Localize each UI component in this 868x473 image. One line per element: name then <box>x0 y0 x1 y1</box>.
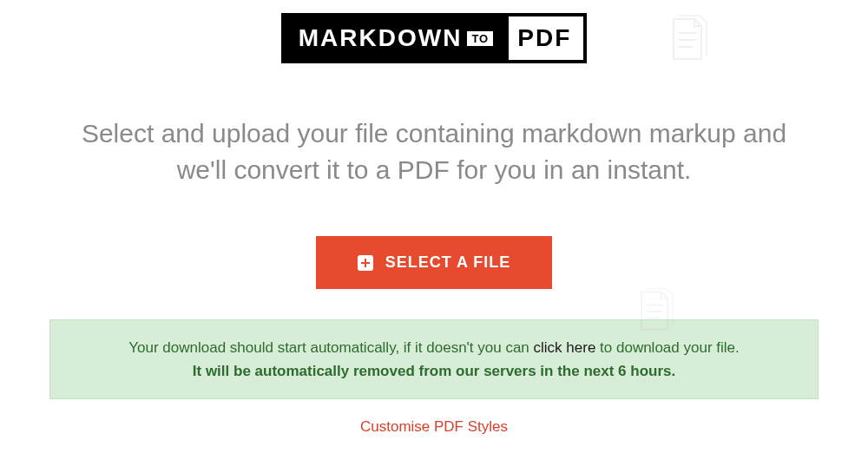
logo-text-to: TO <box>465 30 495 48</box>
documents-decor-icon <box>627 282 686 345</box>
select-file-button[interactable]: SELECT A FILE <box>316 236 553 289</box>
customise-styles-link[interactable]: Customise PDF Styles <box>360 418 508 436</box>
logo-text-markdown: MARKDOWN <box>285 16 477 60</box>
download-link[interactable]: click here <box>534 339 596 356</box>
page-description: Select and upload your file containing m… <box>65 115 803 188</box>
plus-icon <box>358 255 373 271</box>
select-file-button-label: SELECT A FILE <box>385 253 511 272</box>
download-alert: Your download should start automatically… <box>49 319 819 399</box>
logo-text-pdf: PDF <box>509 16 583 60</box>
site-logo: MARKDOWN TO PDF <box>281 13 587 63</box>
alert-removal-notice: It will be automatically removed from ou… <box>71 359 797 383</box>
alert-text-pre: Your download should start automatically… <box>128 339 533 356</box>
documents-decor-icon <box>658 9 720 75</box>
